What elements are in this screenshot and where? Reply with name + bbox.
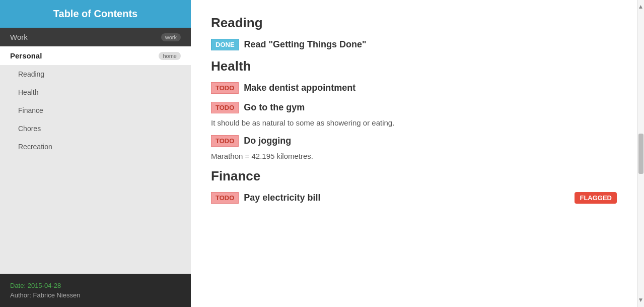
todo-item-finance-1: TODO Pay electricity bill FLAGGED [211,192,617,204]
todo-item-health-3: TODO Do jogging [211,135,617,147]
todo-text-health-2: Go to the gym [244,102,617,113]
sidebar-item-health[interactable]: Health [0,83,191,101]
footer-date: Date: 2015-04-28 [10,282,181,289]
sidebar-item-personal[interactable]: Personal home [0,46,191,65]
section-heading-finance: Finance [211,168,617,184]
section-heading-health: Health [211,58,617,74]
main-content: Reading DONE Read "Getting Things Done" … [191,0,637,307]
note-health-gym: It should be as natural to some as showe… [211,118,617,127]
todo-text-reading-1: Read "Getting Things Done" [244,39,617,50]
footer-author: Author: Fabrice Niessen [10,291,181,299]
sidebar-work-badge: work [161,33,181,41]
todo-item-health-2: TODO Go to the gym [211,102,617,113]
section-heading-reading: Reading [211,15,617,31]
badge-flagged: FLAGGED [575,192,617,204]
sidebar-personal-badge: home [159,52,181,60]
badge-todo-health-1: TODO [211,82,239,94]
sidebar-footer: Date: 2015-04-28 Author: Fabrice Niessen [0,274,191,307]
sidebar-sub-items: Reading Health Finance Chores Recreation [0,65,191,274]
todo-item-health-1: TODO Make dentist appointment [211,82,617,94]
sidebar-work-label: Work [10,33,28,41]
badge-todo-health-2: TODO [211,102,239,113]
todo-text-health-3: Do jogging [244,136,617,146]
sidebar-title: Table of Contents [53,8,137,19]
sidebar-item-recreation[interactable]: Recreation [0,138,191,156]
sidebar: Table of Contents Work work Personal hom… [0,0,191,307]
sidebar-item-finance[interactable]: Finance [0,101,191,119]
sidebar-personal-label: Personal [10,51,42,60]
scroll-down-arrow[interactable]: ▼ [636,294,644,306]
scroll-up-arrow[interactable]: ▲ [636,1,644,13]
scrollbar[interactable]: ▲ ▼ [637,0,644,307]
sidebar-item-reading[interactable]: Reading [0,65,191,83]
badge-todo-finance-1: TODO [211,192,239,204]
badge-done: DONE [211,39,239,50]
scroll-thumb[interactable] [638,134,643,174]
todo-text-health-1: Make dentist appointment [244,83,617,93]
todo-text-finance-1: Pay electricity bill [244,193,575,203]
badge-todo-health-3: TODO [211,135,239,147]
todo-item-reading-1: DONE Read "Getting Things Done" [211,39,617,50]
sidebar-header: Table of Contents [0,0,191,28]
sidebar-item-work[interactable]: Work work [0,28,191,46]
note-health-jogging: Marathon = 42.195 kilometres. [211,152,617,160]
sidebar-item-chores[interactable]: Chores [0,119,191,138]
